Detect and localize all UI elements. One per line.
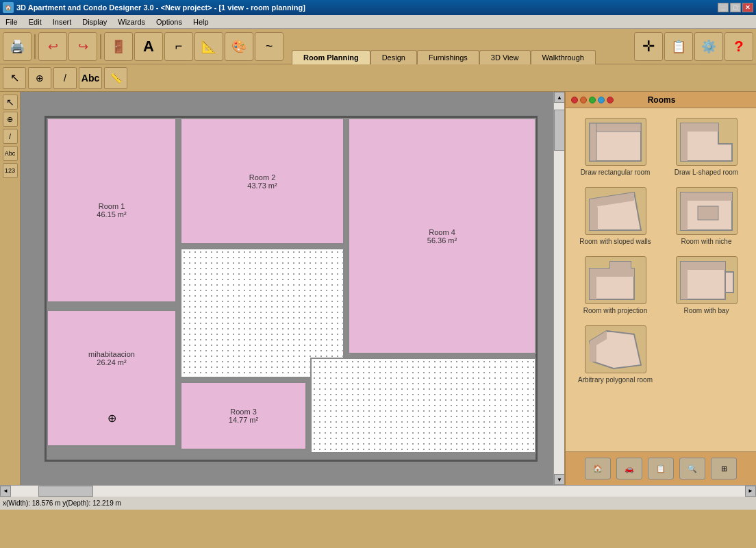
tab-walkthrough[interactable]: Walkthrough xyxy=(531,50,596,64)
help-button[interactable]: ? xyxy=(724,32,753,61)
room-label-bay: Room with bay xyxy=(683,307,729,314)
menu-insert[interactable]: Insert xyxy=(47,16,77,27)
room-label-rect: Draw rectangular room xyxy=(581,169,651,176)
panel-btn5[interactable]: ⊞ xyxy=(711,458,737,480)
room-type-sloped[interactable]: Room with sloped walls xyxy=(572,184,658,248)
line-left[interactable]: / xyxy=(3,129,18,144)
panel-btn3[interactable]: 📋 xyxy=(648,458,674,480)
horizontal-scrollbar[interactable]: ◄ ► xyxy=(0,485,756,496)
room3-label: Room 3 14.77 m² xyxy=(229,408,258,424)
crosshair-icon: ⊕ xyxy=(108,412,116,425)
titlebar: 🏠 3D Apartment and Condo Designer 3.0 - … xyxy=(0,0,756,15)
tab-design[interactable]: Design xyxy=(370,50,417,64)
canvas-area[interactable]: Room 1 46.15 m² Room 2 43.73 m² Room 4 5 xyxy=(21,92,564,485)
toolbar-separator xyxy=(34,34,36,59)
tab-room-planning[interactable]: Room Planning xyxy=(292,50,370,64)
room-label-lshaped: Draw L-shaped room xyxy=(675,169,738,176)
door-button[interactable]: 🚪 xyxy=(104,32,133,61)
rooms-panel: Rooms Draw rectangular room xyxy=(564,92,756,485)
scroll-right-button[interactable]: ► xyxy=(745,486,756,497)
line-tool[interactable]: / xyxy=(53,67,77,89)
scroll-up-button[interactable]: ▲ xyxy=(554,92,564,103)
panel-bottom-toolbar: 🏠 🚗 📋 🔍 ⊞ xyxy=(566,451,756,485)
room-type-bay[interactable]: Room with bay xyxy=(664,253,749,317)
measure-button[interactable]: 📐 xyxy=(194,32,223,61)
room-type-projection[interactable]: Room with projection xyxy=(572,253,658,317)
cross-left[interactable]: ⊕ xyxy=(3,112,18,127)
room-thumb-projection xyxy=(585,256,646,304)
menu-file[interactable]: File xyxy=(0,16,23,27)
menu-edit[interactable]: Edit xyxy=(23,16,47,27)
panel-dots xyxy=(571,97,614,103)
dot4 xyxy=(598,97,605,103)
room1[interactable]: Room 1 46.15 m² xyxy=(47,118,177,303)
room-type-lshaped[interactable]: Draw L-shaped room xyxy=(664,115,749,179)
menu-wizards[interactable]: Wizards xyxy=(112,16,151,27)
menu-options[interactable]: Options xyxy=(151,16,188,27)
scroll-track[interactable] xyxy=(554,103,564,474)
svg-rect-21 xyxy=(681,262,688,299)
print-button[interactable]: 🖨️ xyxy=(3,32,32,61)
room-label-sloped: Room with sloped walls xyxy=(579,238,651,245)
maximize-button[interactable]: □ xyxy=(730,3,741,12)
stairs-button[interactable]: ⌐ xyxy=(164,32,193,61)
room-label-polygon: Arbitrary polygonal room xyxy=(578,376,653,384)
dimension-tool[interactable]: 📏 xyxy=(104,67,127,89)
close-button[interactable]: ✕ xyxy=(742,3,753,12)
select-tool[interactable]: ↖ xyxy=(3,67,26,89)
tab-area: Room Planning Design Furnishings 3D View… xyxy=(292,29,596,64)
copy-button[interactable]: 📋 xyxy=(664,32,693,61)
panel-btn1[interactable]: 🏠 xyxy=(585,458,611,480)
scroll-left-button[interactable]: ◄ xyxy=(0,486,11,497)
room4-label: Room 4 56.36 m² xyxy=(427,228,457,245)
room-type-niche[interactable]: Room with niche xyxy=(664,184,749,248)
tab-3d-view[interactable]: 3D View xyxy=(479,50,531,64)
polygon-room-svg xyxy=(586,327,644,372)
svg-rect-1 xyxy=(590,123,641,132)
menu-display[interactable]: Display xyxy=(77,16,112,27)
vertical-scrollbar[interactable]: ▲ ▼ xyxy=(553,92,564,485)
room4[interactable]: Room 4 56.36 m² xyxy=(348,118,536,354)
bay-room-svg xyxy=(677,258,735,303)
left-toolbar: ↖ ⊕ / Abc 123 xyxy=(0,92,21,485)
titlebar-controls[interactable]: _ □ ✕ xyxy=(718,3,753,12)
move-button[interactable]: ✛ xyxy=(634,32,663,61)
undo-button[interactable]: ↩ xyxy=(38,32,67,61)
redo-button[interactable]: ↪ xyxy=(68,32,97,61)
tab-furnishings[interactable]: Furnishings xyxy=(417,50,479,64)
canvas-background: Room 1 46.15 m² Room 2 43.73 m² Room 4 5 xyxy=(34,105,548,469)
abc-left[interactable]: Abc xyxy=(3,146,18,161)
scroll-thumb[interactable] xyxy=(554,110,564,151)
status-text: x(Width): 18.576 m y(Depth): 12.219 m xyxy=(3,499,121,507)
main-toolbar: 🖨️ ↩ ↪ 🚪 A ⌐ 📐 🎨 ~ Room Planning Design … xyxy=(0,29,756,64)
dot1 xyxy=(571,97,578,103)
minimize-button[interactable]: _ xyxy=(718,3,729,12)
room-thumb-sloped xyxy=(585,187,646,235)
room2-label: Room 2 43.73 m² xyxy=(247,173,277,190)
svg-rect-11 xyxy=(681,192,732,201)
dot2 xyxy=(580,97,587,103)
room-type-polygon[interactable]: Arbitrary polygonal room xyxy=(572,323,658,386)
room-thumb-bay xyxy=(676,256,738,304)
menu-help[interactable]: Help xyxy=(188,16,214,27)
room-type-rect[interactable]: Draw rectangular room xyxy=(572,115,658,179)
hscroll-thumb[interactable] xyxy=(38,486,93,497)
select-left[interactable]: ↖ xyxy=(3,95,18,110)
hscroll-track[interactable] xyxy=(11,486,745,497)
toolbar-separator2 xyxy=(100,34,101,59)
room2[interactable]: Room 2 43.73 m² xyxy=(180,118,344,245)
crosshair-tool[interactable]: ⊕ xyxy=(28,67,51,89)
panel-btn4[interactable]: 🔍 xyxy=(679,458,705,480)
num-left[interactable]: 123 xyxy=(3,163,18,178)
text-tool[interactable]: Abc xyxy=(79,67,102,89)
text-button[interactable]: A xyxy=(134,32,163,61)
floor-boundary: Room 1 46.15 m² Room 2 43.73 m² Room 4 5 xyxy=(45,116,538,462)
mihabitaacion[interactable]: mihabitaacion 26.24 m² ⊕ xyxy=(47,310,177,447)
room3[interactable]: Room 3 14.77 m² xyxy=(180,382,307,450)
settings-button[interactable]: ⚙️ xyxy=(694,32,723,61)
fill-button[interactable]: 🎨 xyxy=(225,32,253,61)
panel-btn2[interactable]: 🚗 xyxy=(616,458,642,480)
titlebar-left: 🏠 3D Apartment and Condo Designer 3.0 - … xyxy=(3,2,305,13)
symbol-button[interactable]: ~ xyxy=(255,32,284,61)
scroll-down-button[interactable]: ▼ xyxy=(554,474,564,485)
